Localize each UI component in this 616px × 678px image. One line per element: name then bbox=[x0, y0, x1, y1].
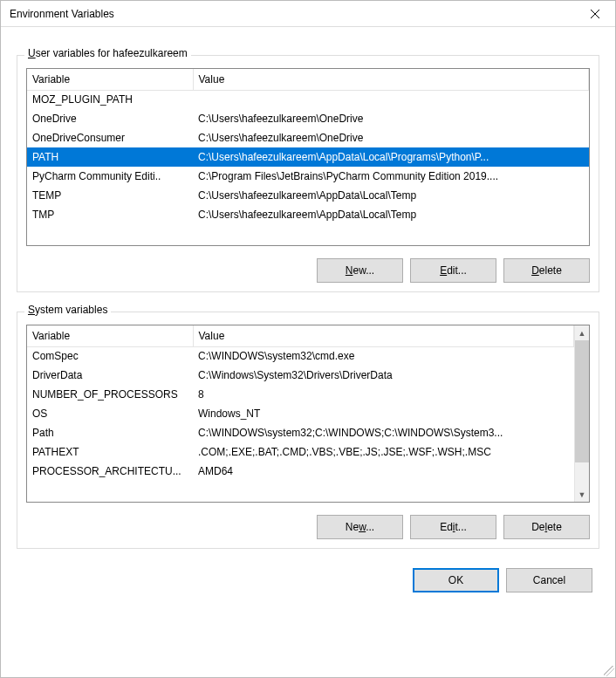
variable-value-cell: C:\Users\hafeezulkareem\AppData\Local\Te… bbox=[193, 205, 589, 224]
variable-name-cell: PROCESSOR_ARCHITECTU... bbox=[27, 462, 193, 481]
variable-name-cell: MOZ_PLUGIN_PATH bbox=[27, 90, 193, 109]
user-delete-button[interactable]: Delete bbox=[503, 258, 590, 283]
table-row[interactable]: NUMBER_OF_PROCESSORS8 bbox=[27, 385, 574, 404]
table-row[interactable]: OneDriveC:\Users\hafeezulkareem\OneDrive bbox=[27, 109, 589, 128]
system-edit-button[interactable]: Edit... bbox=[410, 515, 496, 539]
table-row[interactable]: PyCharm Community Editi..C:\Program File… bbox=[27, 167, 589, 186]
variable-value-cell bbox=[193, 90, 589, 109]
table-row[interactable]: PATHEXT.COM;.EXE;.BAT;.CMD;.VBS;.VBE;.JS… bbox=[27, 442, 574, 462]
variable-name-cell: TMP bbox=[27, 205, 193, 224]
column-header-value[interactable]: Value bbox=[193, 69, 589, 90]
variable-name-cell: OneDriveConsumer bbox=[27, 128, 193, 147]
table-row[interactable]: ComSpecC:\WINDOWS\system32\cmd.exe bbox=[27, 346, 574, 366]
table-row[interactable]: OSWindows_NT bbox=[27, 404, 574, 423]
variable-value-cell: C:\Users\hafeezulkareem\OneDrive bbox=[193, 109, 589, 128]
system-variables-table[interactable]: Variable Value ComSpecC:\WINDOWS\system3… bbox=[26, 325, 590, 503]
variable-value-cell: C:\Users\hafeezulkareem\AppData\Local\Pr… bbox=[193, 147, 589, 167]
table-row[interactable]: TMPC:\Users\hafeezulkareem\AppData\Local… bbox=[27, 205, 589, 224]
variable-value-cell: C:\Windows\System32\Drivers\DriverData bbox=[193, 366, 574, 385]
table-row[interactable]: TEMPC:\Users\hafeezulkareem\AppData\Loca… bbox=[27, 186, 589, 205]
variable-value-cell: AMD64 bbox=[193, 462, 574, 481]
close-button[interactable] bbox=[575, 1, 615, 27]
user-edit-button[interactable]: Edit... bbox=[410, 258, 496, 283]
user-variables-group: User variables for hafeezulkareem Variab… bbox=[17, 55, 599, 292]
window-title: Environment Variables bbox=[10, 8, 575, 20]
variable-name-cell: PyCharm Community Editi.. bbox=[27, 167, 193, 186]
table-row[interactable]: PATHC:\Users\hafeezulkareem\AppData\Loca… bbox=[27, 147, 589, 167]
table-row[interactable]: MOZ_PLUGIN_PATH bbox=[27, 90, 589, 109]
title-bar: Environment Variables bbox=[1, 1, 615, 27]
variable-name-cell: PATH bbox=[27, 147, 193, 167]
user-variables-table[interactable]: Variable Value MOZ_PLUGIN_PATHOneDriveC:… bbox=[26, 68, 590, 246]
resize-grip-icon[interactable] bbox=[604, 666, 614, 676]
table-header-row[interactable]: Variable Value bbox=[27, 69, 589, 90]
variable-name-cell: NUMBER_OF_PROCESSORS bbox=[27, 385, 193, 404]
variable-value-cell: C:\WINDOWS\system32\cmd.exe bbox=[193, 346, 574, 366]
table-header-row[interactable]: Variable Value bbox=[27, 325, 574, 346]
system-delete-button[interactable]: Delete bbox=[503, 515, 590, 539]
system-variables-label: System variables bbox=[24, 304, 111, 316]
column-header-variable[interactable]: Variable bbox=[27, 325, 193, 346]
variable-name-cell: PATHEXT bbox=[27, 442, 193, 462]
scroll-down-icon[interactable]: ▼ bbox=[575, 487, 589, 502]
close-icon bbox=[591, 10, 599, 18]
table-row[interactable]: DriverDataC:\Windows\System32\Drivers\Dr… bbox=[27, 366, 574, 385]
variable-value-cell: Windows_NT bbox=[193, 404, 574, 423]
column-header-variable[interactable]: Variable bbox=[27, 69, 193, 90]
user-variables-label: User variables for hafeezulkareem bbox=[24, 47, 191, 59]
scrollbar-thumb[interactable] bbox=[575, 340, 589, 462]
scrollbar-track[interactable] bbox=[575, 340, 589, 487]
vertical-scrollbar[interactable]: ▲ ▼ bbox=[574, 325, 589, 502]
table-row[interactable]: PathC:\WINDOWS\system32;C:\WINDOWS;C:\WI… bbox=[27, 423, 574, 442]
table-row[interactable]: PROCESSOR_ARCHITECTU...AMD64 bbox=[27, 462, 574, 481]
variable-value-cell: C:\Users\hafeezulkareem\AppData\Local\Te… bbox=[193, 186, 589, 205]
table-row[interactable]: OneDriveConsumerC:\Users\hafeezulkareem\… bbox=[27, 128, 589, 147]
variable-name-cell: ComSpec bbox=[27, 346, 193, 366]
variable-value-cell: C:\Program Files\JetBrains\PyCharm Commu… bbox=[193, 167, 589, 186]
user-new-button[interactable]: New... bbox=[317, 258, 403, 283]
variable-name-cell: TEMP bbox=[27, 186, 193, 205]
variable-name-cell: DriverData bbox=[27, 366, 193, 385]
variable-name-cell: OneDrive bbox=[27, 109, 193, 128]
variable-value-cell: C:\Users\hafeezulkareem\OneDrive bbox=[193, 128, 589, 147]
variable-value-cell: C:\WINDOWS\system32;C:\WINDOWS;C:\WINDOW… bbox=[193, 423, 574, 442]
variable-name-cell: Path bbox=[27, 423, 193, 442]
system-variables-group: System variables Variable Value ComSpecC… bbox=[17, 312, 599, 549]
scroll-up-icon[interactable]: ▲ bbox=[575, 325, 589, 340]
variable-value-cell: 8 bbox=[193, 385, 574, 404]
variable-name-cell: OS bbox=[27, 404, 193, 423]
system-new-button[interactable]: New... bbox=[317, 515, 403, 539]
column-header-value[interactable]: Value bbox=[193, 325, 574, 346]
variable-value-cell: .COM;.EXE;.BAT;.CMD;.VBS;.VBE;.JS;.JSE;.… bbox=[193, 442, 574, 462]
cancel-button[interactable]: Cancel bbox=[506, 568, 592, 592]
ok-button[interactable]: OK bbox=[413, 568, 499, 592]
